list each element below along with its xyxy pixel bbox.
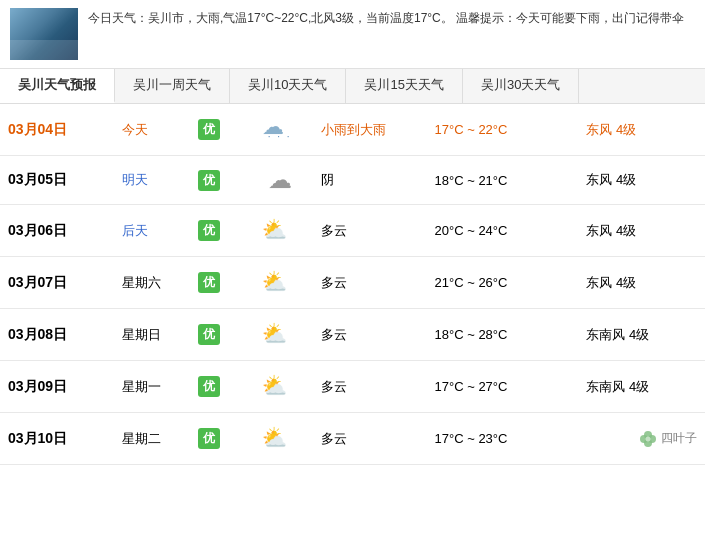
weather-desc-cell: 阴 bbox=[313, 156, 427, 205]
dayname-cell: 明天 bbox=[114, 156, 190, 205]
wind-cell: 东风 4级 bbox=[578, 156, 705, 205]
table-row: 03月04日今天优 ☁ · · · 小雨到大雨17°C ~ 22°C东风 4级 bbox=[0, 104, 705, 156]
dayname-cell: 星期六 bbox=[114, 257, 190, 309]
overcast-icon: ☁ bbox=[268, 166, 292, 193]
dayname-cell: 星期二 bbox=[114, 413, 190, 465]
svg-point-4 bbox=[646, 436, 651, 441]
wind-cell: 东风 4级 bbox=[578, 205, 705, 257]
weather-thumbnail bbox=[10, 8, 78, 60]
clover-icon bbox=[638, 429, 658, 449]
date-cell: 03月08日 bbox=[0, 309, 114, 361]
quality-cell: 优 bbox=[190, 104, 247, 156]
date-cell: 03月05日 bbox=[0, 156, 114, 205]
dayname-cell: 星期日 bbox=[114, 309, 190, 361]
watermark: 四叶子 bbox=[638, 429, 697, 449]
weather-desc-cell: 多云 bbox=[313, 257, 427, 309]
date-cell: 03月04日 bbox=[0, 104, 114, 156]
tab-2[interactable]: 吴川10天天气 bbox=[230, 69, 346, 103]
temp-cell: 17°C ~ 27°C bbox=[427, 361, 579, 413]
wind-cell: 东南风 4级 bbox=[578, 361, 705, 413]
partly-cloudy-icon: ☀ ⛅ bbox=[262, 215, 298, 243]
quality-cell: 优 bbox=[190, 361, 247, 413]
table-row: 03月08日星期日优 ☀ ⛅ 多云18°C ~ 28°C东南风 4级 bbox=[0, 309, 705, 361]
dayname-cell: 今天 bbox=[114, 104, 190, 156]
table-row: 03月09日星期一优 ☀ ⛅ 多云17°C ~ 27°C东南风 4级 bbox=[0, 361, 705, 413]
temp-cell: 17°C ~ 23°C bbox=[427, 413, 579, 465]
tab-1[interactable]: 吴川一周天气 bbox=[115, 69, 230, 103]
date-cell: 03月10日 bbox=[0, 413, 114, 465]
quality-cell: 优 bbox=[190, 257, 247, 309]
table-row: 03月06日后天优 ☀ ⛅ 多云20°C ~ 24°C东风 4级 bbox=[0, 205, 705, 257]
wind-cell: 四叶子 bbox=[578, 413, 705, 465]
temp-cell: 20°C ~ 24°C bbox=[427, 205, 579, 257]
partly-cloudy-icon: ☀ ⛅ bbox=[262, 319, 298, 347]
dayname-cell: 星期一 bbox=[114, 361, 190, 413]
date-cell: 03月07日 bbox=[0, 257, 114, 309]
quality-cell: 优 bbox=[190, 205, 247, 257]
temp-cell: 21°C ~ 26°C bbox=[427, 257, 579, 309]
date-cell: 03月06日 bbox=[0, 205, 114, 257]
weather-icon-cell: ☁ bbox=[247, 156, 313, 205]
wind-cell: 东风 4级 bbox=[578, 257, 705, 309]
tab-bar: 吴川天气预报吴川一周天气吴川10天天气吴川15天天气吴川30天天气 bbox=[0, 69, 705, 104]
weather-icon-cell: ☀ ⛅ bbox=[247, 413, 313, 465]
quality-badge: 优 bbox=[198, 428, 220, 449]
header: 今日天气：吴川市，大雨,气温17°C~22°C,北风3级，当前温度17°C。 温… bbox=[0, 0, 705, 69]
partly-cloudy-icon: ☀ ⛅ bbox=[262, 423, 298, 451]
temp-cell: 17°C ~ 22°C bbox=[427, 104, 579, 156]
last-row-wind-wrapper: 四叶子 bbox=[586, 429, 697, 449]
tab-3[interactable]: 吴川15天天气 bbox=[346, 69, 462, 103]
weather-icon-cell: ☀ ⛅ bbox=[247, 361, 313, 413]
table-row: 03月05日明天优☁阴18°C ~ 21°C东风 4级 bbox=[0, 156, 705, 205]
weather-table: 03月04日今天优 ☁ · · · 小雨到大雨17°C ~ 22°C东风 4级0… bbox=[0, 104, 705, 465]
temp-cell: 18°C ~ 28°C bbox=[427, 309, 579, 361]
date-cell: 03月09日 bbox=[0, 361, 114, 413]
weather-desc-cell: 多云 bbox=[313, 361, 427, 413]
tab-4[interactable]: 吴川30天天气 bbox=[463, 69, 579, 103]
weather-desc-cell: 多云 bbox=[313, 205, 427, 257]
quality-badge: 优 bbox=[198, 170, 220, 191]
table-row: 03月07日星期六优 ☀ ⛅ 多云21°C ~ 26°C东风 4级 bbox=[0, 257, 705, 309]
quality-badge: 优 bbox=[198, 376, 220, 397]
tab-0[interactable]: 吴川天气预报 bbox=[0, 69, 115, 103]
partly-cloudy-icon: ☀ ⛅ bbox=[262, 267, 298, 295]
quality-badge: 优 bbox=[198, 220, 220, 241]
quality-badge: 优 bbox=[198, 272, 220, 293]
weather-icon-cell: ☁ · · · bbox=[247, 104, 313, 156]
wind-cell: 东南风 4级 bbox=[578, 309, 705, 361]
watermark-text: 四叶子 bbox=[661, 430, 697, 447]
dayname-cell: 后天 bbox=[114, 205, 190, 257]
weather-icon-cell: ☀ ⛅ bbox=[247, 257, 313, 309]
weather-icon-cell: ☀ ⛅ bbox=[247, 205, 313, 257]
weather-desc-cell: 小雨到大雨 bbox=[313, 104, 427, 156]
rain-icon: ☁ · · · bbox=[262, 114, 298, 142]
weather-icon-cell: ☀ ⛅ bbox=[247, 309, 313, 361]
temp-cell: 18°C ~ 21°C bbox=[427, 156, 579, 205]
weather-desc-cell: 多云 bbox=[313, 413, 427, 465]
quality-cell: 优 bbox=[190, 309, 247, 361]
quality-badge: 优 bbox=[198, 324, 220, 345]
quality-cell: 优 bbox=[190, 156, 247, 205]
table-row: 03月10日星期二优 ☀ ⛅ 多云17°C ~ 23°C 四叶子 bbox=[0, 413, 705, 465]
partly-cloudy-icon: ☀ ⛅ bbox=[262, 371, 298, 399]
quality-cell: 优 bbox=[190, 413, 247, 465]
quality-badge: 优 bbox=[198, 119, 220, 140]
wind-cell: 东风 4级 bbox=[578, 104, 705, 156]
header-weather-text: 今日天气：吴川市，大雨,气温17°C~22°C,北风3级，当前温度17°C。 温… bbox=[88, 8, 684, 28]
weather-desc-cell: 多云 bbox=[313, 309, 427, 361]
